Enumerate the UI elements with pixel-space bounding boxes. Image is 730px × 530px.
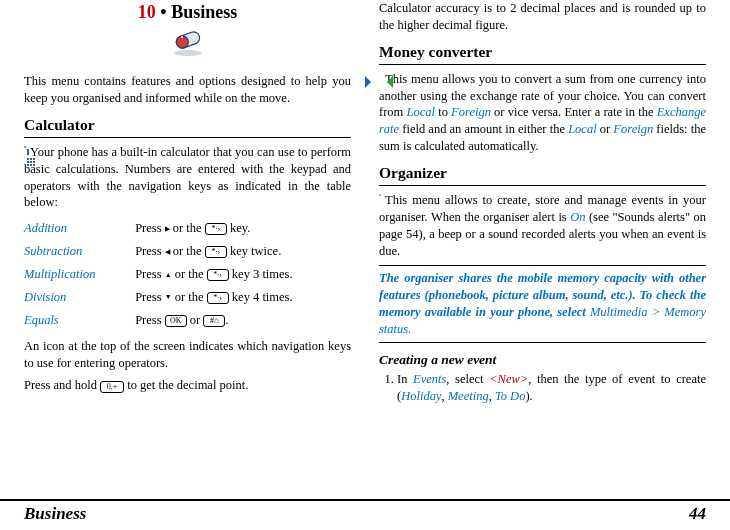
steps-list: In Events, select <New>, then the type o… (397, 371, 706, 405)
term-foreign: Foreign (451, 105, 491, 119)
star-key-icon: *·› (207, 292, 229, 304)
page-footer: Business 44 (0, 499, 730, 526)
accuracy-paragraph: Calculator accuracy is to 2 decimal plac… (379, 0, 706, 34)
term-on: On (570, 210, 585, 224)
ok-key-icon: OK (165, 315, 187, 327)
table-row: Equals Press OK or #⌂. (24, 309, 351, 332)
term-holiday: Holiday (401, 389, 441, 403)
op-name: Division (24, 286, 135, 309)
table-row: Division Press ▼ or the *·› key 4 times. (24, 286, 351, 309)
term-new: <New> (489, 372, 528, 386)
table-row: Addition Press ▶ or the *·› key. (24, 217, 351, 240)
nav-down-icon: ▼ (165, 293, 172, 302)
op-name: Subtraction (24, 240, 135, 263)
chapter-bullet: • (160, 2, 166, 22)
chapter-name: Business (171, 2, 237, 22)
organizer-block: This menu allows to create, store and ma… (379, 192, 706, 260)
term-events: Events (413, 372, 446, 386)
right-column: Calculator accuracy is to 2 decimal plac… (379, 0, 706, 492)
calc-tail-2: Press and hold 0.+ to get the decimal po… (24, 377, 351, 394)
footer-page-number: 44 (689, 503, 706, 526)
op-desc: Press OK or #⌂. (135, 309, 351, 332)
svg-point-3 (181, 36, 183, 38)
creating-event-heading: Creating a new event (379, 351, 706, 369)
pill-icon (170, 28, 206, 63)
op-name: Equals (24, 309, 135, 332)
star-key-icon: *·› (205, 223, 227, 235)
left-column: 10 • Business This menu contains feature… (24, 0, 351, 492)
term-foreign: Foreign (613, 122, 653, 136)
memory-note: The organiser shares the mobile memory c… (379, 265, 706, 343)
table-row: Subtraction Press ◀ or the *·› key twice… (24, 240, 351, 263)
calculator-intro-block: Your phone has a built-in calculator tha… (24, 144, 351, 212)
term-local: Local (407, 105, 435, 119)
op-name: Multiplication (24, 263, 135, 286)
step-1: In Events, select <New>, then the type o… (397, 371, 706, 405)
money-converter-heading: Money converter (379, 42, 706, 65)
chapter-number: 10 (138, 2, 156, 22)
money-block: This menu allows you to convert a sum fr… (379, 71, 706, 155)
term-meeting: Meeting (448, 389, 489, 403)
op-desc: Press ▼ or the *·› key 4 times. (135, 286, 351, 309)
footer-section: Business (24, 503, 86, 526)
calculator-heading: Calculator (24, 115, 351, 138)
op-desc: Press ▲ or the *·› key 3 times. (135, 263, 351, 286)
calc-tail-1: An icon at the top of the screen indicat… (24, 338, 351, 372)
zero-key-icon: 0.+ (100, 381, 124, 393)
organizer-paragraph: This menu allows to create, store and ma… (379, 192, 706, 260)
chapter-title: 10 • Business (24, 0, 351, 24)
nav-up-icon: ▲ (165, 271, 172, 280)
star-key-icon: *·› (205, 246, 227, 258)
star-key-icon: *·› (207, 269, 229, 281)
svg-point-0 (174, 50, 202, 56)
term-todo: To Do (495, 389, 525, 403)
intro-paragraph: This menu contains features and options … (24, 73, 351, 107)
hash-key-icon: #⌂ (203, 315, 225, 327)
op-desc: Press ▶ or the *·› key. (135, 217, 351, 240)
calculator-intro: Your phone has a built-in calculator tha… (24, 144, 351, 212)
money-paragraph: This menu allows you to convert a sum fr… (379, 71, 706, 155)
term-local: Local (568, 122, 596, 136)
chapter-icon-wrap (24, 28, 351, 63)
op-name: Addition (24, 217, 135, 240)
organizer-heading: Organizer (379, 163, 706, 186)
op-desc: Press ◀ or the *·› key twice. (135, 240, 351, 263)
table-row: Multiplication Press ▲ or the *·› key 3 … (24, 263, 351, 286)
operator-table: Addition Press ▶ or the *·› key. Subtrac… (24, 217, 351, 331)
